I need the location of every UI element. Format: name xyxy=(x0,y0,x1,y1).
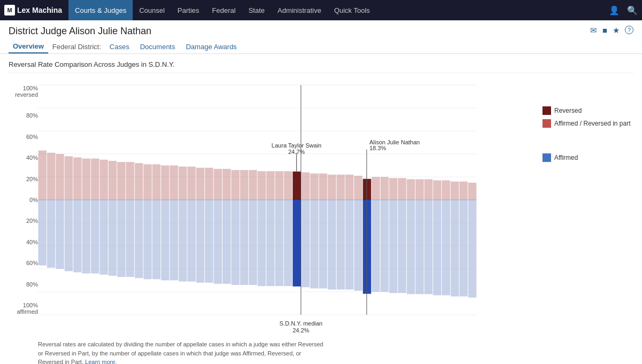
svg-rect-84 xyxy=(354,200,362,291)
svg-rect-102 xyxy=(433,200,441,295)
page-title: District Judge Alison Julie Nathan xyxy=(9,26,633,37)
svg-rect-97 xyxy=(416,179,424,200)
svg-rect-45 xyxy=(187,167,195,200)
svg-rect-108 xyxy=(460,200,468,297)
svg-rect-16 xyxy=(56,200,64,269)
y-label-20: 20% xyxy=(9,176,38,182)
svg-rect-90 xyxy=(380,200,388,292)
chart-wrapper: 100% reversed 80% 60% 40% 20% 0% 20% 40%… xyxy=(9,80,633,364)
y-label-100rev: 100% reversed xyxy=(9,85,38,98)
tab-overview[interactable]: Overview xyxy=(9,40,48,53)
svg-rect-23 xyxy=(91,159,99,200)
svg-rect-21 xyxy=(82,159,90,200)
tab-cases[interactable]: Cases xyxy=(105,41,134,53)
tab-documents[interactable]: Documents xyxy=(136,41,180,53)
svg-rect-52 xyxy=(214,200,222,284)
svg-rect-66 xyxy=(275,200,283,286)
svg-rect-103 xyxy=(442,180,450,200)
y-label-80b: 80% xyxy=(9,281,38,288)
y-axis: 100% reversed 80% 60% 40% 20% 0% 20% 40%… xyxy=(9,85,38,315)
section-title: Reversal Rate Comparison Across Judges i… xyxy=(9,60,633,73)
svg-rect-22 xyxy=(82,200,90,274)
svg-rect-48 xyxy=(196,200,204,283)
svg-rect-37 xyxy=(152,164,160,200)
svg-rect-73 xyxy=(310,174,318,200)
svg-rect-70 xyxy=(293,200,301,286)
email-icon[interactable]: ✉ xyxy=(590,26,597,35)
tab-damage-awards[interactable]: Damage Awards xyxy=(181,41,241,53)
learn-more-link[interactable]: Learn more. xyxy=(85,359,117,364)
svg-rect-49 xyxy=(205,168,213,200)
y-label-100aff: 100% affirmed xyxy=(9,302,38,315)
nav-state[interactable]: State xyxy=(242,0,271,20)
svg-rect-67 xyxy=(284,171,292,200)
svg-rect-78 xyxy=(328,200,336,290)
svg-rect-31 xyxy=(126,162,134,200)
bars-group xyxy=(39,151,477,298)
svg-chart: [ [0.43,0.57],[0.41,0.59],[0.40,0.60],[0… xyxy=(38,80,537,338)
legend-label-reversed: Reversed xyxy=(554,107,582,114)
star-icon[interactable]: ★ xyxy=(613,26,620,35)
nav-parties[interactable]: Parties xyxy=(171,0,205,20)
svg-rect-36 xyxy=(143,200,151,279)
svg-text:24.2%: 24.2% xyxy=(293,327,309,334)
svg-rect-60 xyxy=(249,200,257,285)
logo-icon: M xyxy=(4,5,15,16)
svg-rect-35 xyxy=(143,164,151,200)
svg-rect-93 xyxy=(398,178,406,200)
logo[interactable]: M Lex Machina xyxy=(4,5,62,16)
footer-note: Reversal rates are calculated by dividin… xyxy=(38,340,327,364)
legend-swatch-reversed xyxy=(542,106,551,115)
legend-label-affirmed-reversed: Affirmed / Reversed in part xyxy=(554,120,631,127)
svg-rect-41 xyxy=(170,166,178,200)
svg-rect-40 xyxy=(161,200,169,281)
svg-rect-43 xyxy=(179,167,187,200)
legend-affirmed-reversed: Affirmed / Reversed in part xyxy=(542,119,631,128)
svg-rect-32 xyxy=(126,200,134,277)
svg-rect-79 xyxy=(337,175,345,200)
svg-rect-64 xyxy=(266,200,274,286)
svg-rect-69 xyxy=(293,172,301,200)
svg-rect-63 xyxy=(266,171,274,200)
legend: Reversed Affirmed / Reversed in part Aff… xyxy=(542,106,631,166)
svg-rect-17 xyxy=(65,156,73,200)
nav-courts-judges[interactable]: Courts & Judges xyxy=(68,0,133,20)
search-icon[interactable]: 🔍 xyxy=(627,5,638,16)
legend-label-affirmed: Affirmed xyxy=(554,154,578,161)
svg-rect-56 xyxy=(231,200,239,285)
y-label-60b: 60% xyxy=(9,260,38,266)
federal-district-label: Federal District: xyxy=(50,41,103,53)
svg-rect-83 xyxy=(354,176,362,200)
nav-administrative[interactable]: Administrative xyxy=(271,0,328,20)
svg-rect-59 xyxy=(249,170,257,200)
svg-rect-42 xyxy=(170,200,178,281)
svg-rect-47 xyxy=(196,168,204,200)
nav-quick-tools[interactable]: Quick Tools xyxy=(327,0,376,20)
svg-rect-39 xyxy=(161,166,169,200)
legend-spacer xyxy=(542,132,631,153)
svg-rect-74 xyxy=(310,200,318,289)
svg-rect-72 xyxy=(302,200,310,287)
nav-counsel[interactable]: Counsel xyxy=(133,0,171,20)
svg-rect-91 xyxy=(389,178,398,200)
svg-rect-20 xyxy=(73,200,81,272)
nav-federal[interactable]: Federal xyxy=(205,0,242,20)
svg-rect-81 xyxy=(346,175,354,200)
svg-text:18.3%: 18.3% xyxy=(370,145,386,151)
svg-rect-13 xyxy=(47,153,55,200)
user-icon[interactable]: 👤 xyxy=(609,5,620,16)
help-icon[interactable]: ? xyxy=(625,26,633,34)
svg-rect-61 xyxy=(258,171,266,200)
bookmark-icon[interactable]: ■ xyxy=(602,26,607,35)
svg-rect-68 xyxy=(284,200,292,286)
page-actions: ✉ ■ ★ ? xyxy=(590,26,633,35)
svg-rect-95 xyxy=(407,179,415,200)
legend-swatch-affirmed xyxy=(542,153,551,162)
svg-rect-28 xyxy=(109,200,117,276)
svg-rect-96 xyxy=(407,200,415,294)
svg-rect-30 xyxy=(117,200,125,277)
legend-affirmed: Affirmed xyxy=(542,153,631,162)
svg-rect-109 xyxy=(468,183,476,200)
svg-rect-34 xyxy=(135,200,143,278)
svg-rect-27 xyxy=(109,161,117,200)
